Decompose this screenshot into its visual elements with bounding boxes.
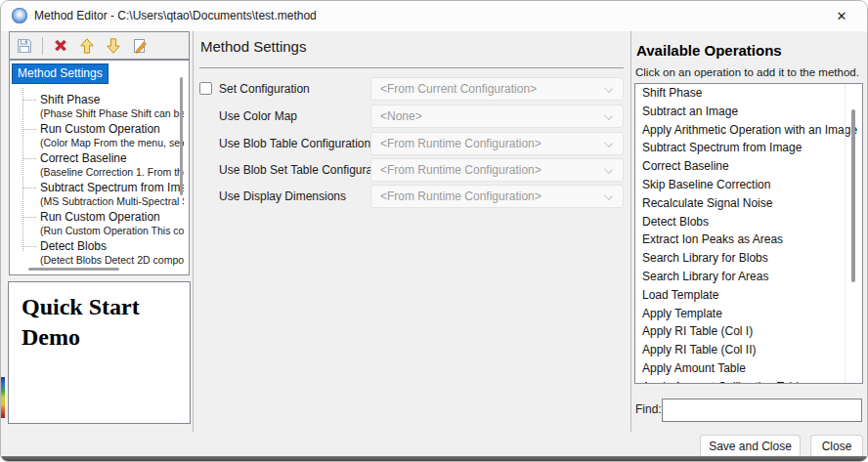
operations-scrollbar-thumb[interactable] [851, 109, 855, 282]
field-label: Use Display Dimensions [219, 185, 346, 208]
panel-divider-right [630, 31, 631, 432]
tree-item-desc: (Detect Blobs Detect 2D compoun [40, 254, 184, 266]
tree-item-desc: (Color Map From the menu, select [40, 137, 184, 148]
preview-text-line2: Demo [22, 322, 190, 353]
dropdown-value: <From Runtime Configuration> [380, 133, 542, 154]
save-and-close-button[interactable]: Save and Close [700, 435, 801, 458]
method-toolbar [9, 31, 190, 60]
field-label: Set Configuration [219, 77, 310, 101]
tree-item[interactable]: Shift Phase (Phase Shift Phase Shift can… [10, 93, 184, 122]
operation-item[interactable]: Subtract Spectrum from Image [635, 139, 862, 157]
find-input[interactable] [662, 399, 862, 422]
tree-item-title: Correct Baseline [40, 151, 184, 165]
tree-item-title: Shift Phase [40, 93, 184, 106]
save-icon[interactable] [16, 37, 33, 55]
method-editor-window: Method Editor - C:\Users\qtao\Documents\… [0, 0, 868, 462]
tree-horizontal-scrollbar[interactable] [28, 268, 119, 271]
dropdown-value: <None> [380, 105, 422, 127]
set-configuration-checkbox[interactable] [199, 82, 212, 95]
colormap-sliver [1, 377, 5, 418]
operation-item[interactable]: Apply Arithmetic Operation with an Image [635, 121, 862, 140]
form-row-display-dimensions: Use Display Dimensions <From Runtime Con… [199, 185, 624, 208]
blob-set-table-dropdown[interactable]: <From Runtime Configuration> [370, 158, 624, 182]
operation-item[interactable]: Apply RI Table (Col I) [635, 322, 862, 341]
tree-item-method-settings[interactable]: Method Settings [12, 63, 108, 84]
blob-table-dropdown[interactable]: <From Runtime Configuration> [370, 132, 624, 155]
window-bottom-edge [1, 456, 867, 461]
form-row-blob-set-table: Use Blob Set Table Configuration <From R… [199, 158, 624, 182]
chevron-down-icon [604, 139, 613, 147]
tree-item[interactable]: Run Custom Operation (Run Custom Operati… [10, 210, 184, 239]
dropdown-value: <From Current Configuration> [380, 78, 537, 100]
operation-item[interactable]: Skip Baseline Correction [635, 176, 862, 194]
method-preview-panel: Quick Start Demo [8, 281, 191, 424]
move-down-icon[interactable] [105, 37, 122, 55]
form-row-color-map: Use Color Map <None> [199, 105, 624, 128]
tree-item-desc: (Run Custom Operation This comm [40, 225, 184, 236]
app-icon [12, 8, 27, 23]
delete-icon[interactable] [52, 37, 69, 55]
operation-item[interactable]: Extract Ion Peaks as Areas [635, 231, 862, 249]
close-button[interactable]: Close [810, 435, 863, 458]
settings-title-divider [199, 67, 624, 68]
operation-item[interactable]: Apply Amount Calibration Table [635, 378, 862, 384]
dropdown-value: <From Runtime Configuration> [380, 159, 542, 181]
tree-item-desc: (Phase Shift Phase Shift can be us [40, 107, 184, 119]
window-title: Method Editor - C:\Users\qtao\Documents\… [34, 1, 317, 31]
move-up-icon[interactable] [78, 37, 96, 55]
display-dimensions-dropdown[interactable]: <From Runtime Configuration> [370, 185, 624, 208]
tree-item-title: Run Custom Operation [40, 210, 184, 224]
chevron-down-icon [604, 191, 613, 200]
field-label: Use Blob Table Configuration [219, 132, 370, 155]
preview-text-line1: Quick Start [22, 292, 190, 322]
operation-item[interactable]: Detect Blobs [635, 213, 862, 231]
field-label: Use Blob Set Table Configuration [219, 158, 392, 182]
find-label: Find: [635, 402, 662, 416]
dropdown-value: <From Runtime Configuration> [380, 186, 542, 207]
operation-item[interactable]: Shift Phase [635, 84, 862, 103]
form-row-set-configuration: Set Configuration <From Current Configur… [199, 77, 624, 101]
form-row-blob-table: Use Blob Table Configuration <From Runti… [199, 132, 624, 155]
panel-divider-left [193, 31, 194, 432]
operation-item[interactable]: Search Library for Areas [635, 268, 862, 286]
window-close-button[interactable]: ✕ [824, 1, 859, 31]
operation-item[interactable]: Correct Baseline [635, 157, 862, 176]
operation-item[interactable]: Load Template [635, 286, 862, 305]
toolbar-separator [42, 37, 43, 55]
operation-item[interactable]: Search Library for Blobs [635, 249, 862, 268]
tree-item[interactable]: Run Custom Operation (Color Map From the… [10, 122, 184, 151]
title-bar: Method Editor - C:\Users\qtao\Documents\… [1, 1, 867, 31]
tree-vertical-scrollbar[interactable] [180, 77, 183, 195]
operations-list: Shift Phase Subtract an Image Apply Arit… [634, 83, 863, 384]
chevron-down-icon [604, 165, 613, 174]
chevron-down-icon [604, 84, 613, 93]
operations-scrollbar-track [845, 84, 846, 383]
tree-item-desc: (MS Subtraction Multi-Spectral Sub [40, 195, 184, 207]
operation-item[interactable]: Recalculate Signal Noise [635, 194, 862, 213]
tree-item[interactable]: Subtract Spectrum from Image (MS Subtrac… [10, 181, 184, 210]
tree-item-title: Detect Blobs [40, 239, 184, 253]
color-map-dropdown[interactable]: <None> [370, 105, 624, 128]
operation-item[interactable]: Apply RI Table (Col II) [635, 341, 862, 359]
operation-item[interactable]: Subtract an Image [635, 103, 862, 121]
set-configuration-dropdown[interactable]: <From Current Configuration> [370, 77, 624, 101]
method-step-tree: Method Settings Shift Phase (Phase Shift… [9, 60, 190, 275]
operation-item[interactable]: Apply Amount Table [635, 359, 862, 378]
operations-hint: Click on an operation to add it to the m… [635, 66, 859, 78]
operation-item[interactable]: Apply Template [635, 305, 862, 323]
field-label: Use Color Map [219, 105, 297, 128]
tree-item-title: Run Custom Operation [40, 122, 184, 136]
tree-item[interactable]: Correct Baseline (Baseline Correction 1.… [10, 151, 184, 181]
settings-panel-title: Method Settings [200, 38, 306, 55]
operations-panel-title: Available Operations [636, 42, 782, 59]
chevron-down-icon [604, 111, 613, 120]
tree-item-title: Subtract Spectrum from Image [40, 181, 184, 194]
edit-icon[interactable] [131, 37, 149, 55]
tree-item-desc: (Baseline Correction 1. From the m [40, 166, 184, 178]
tree-item[interactable]: Detect Blobs (Detect Blobs Detect 2D com… [10, 239, 184, 269]
